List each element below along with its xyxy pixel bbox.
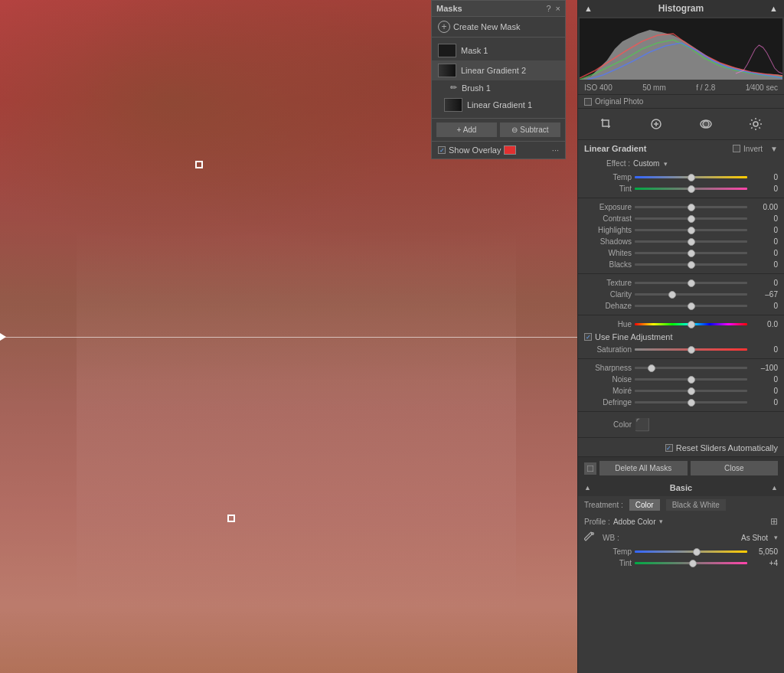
profile-dropdown-icon[interactable]: ▾	[659, 518, 663, 525]
basic-section-header[interactable]: ▲ Basic ▲	[578, 479, 784, 496]
color-swatch-icon[interactable]: ⬛	[635, 417, 650, 432]
slider-contrast-track[interactable]	[635, 217, 747, 220]
slider-saturation-thumb[interactable]	[688, 346, 695, 354]
slider-sharpness-thumb[interactable]	[648, 364, 655, 372]
color-treatment-button[interactable]: Color	[629, 499, 660, 511]
slider-tint-track[interactable]	[635, 188, 747, 190]
basic-tint-label: Tint	[584, 559, 632, 567]
linear-gradient-collapse-icon[interactable]: ▼	[770, 145, 778, 153]
histogram-expand-icon[interactable]: ▲	[584, 4, 593, 13]
gradient-control-bottom[interactable]	[227, 515, 235, 522]
mask-item-1[interactable]: Mask 1	[432, 41, 565, 60]
slider-dehaze-track[interactable]	[635, 305, 747, 307]
slider-shadows-track[interactable]	[635, 240, 747, 243]
invert-checkbox[interactable]	[733, 145, 740, 152]
linear-gradient-2-label: Linear Gradient 2	[461, 66, 526, 75]
slider-texture-track[interactable]	[635, 282, 747, 284]
slider-texture-thumb[interactable]	[688, 279, 695, 287]
slider-clarity-track[interactable]	[635, 293, 747, 296]
show-overlay-checkbox[interactable]: ✓	[438, 146, 446, 154]
basic-tint-value: +4	[750, 559, 778, 567]
masks-footer: + Add ⊖ Subtract	[432, 118, 565, 141]
slider-whites-thumb[interactable]	[688, 250, 695, 257]
wb-dropdown-icon[interactable]: ▾	[774, 534, 778, 541]
basic-temp-value: 5,050	[750, 547, 778, 556]
slider-highlights-track[interactable]	[635, 229, 747, 231]
slider-exposure-track[interactable]	[635, 206, 747, 208]
slider-tint-thumb[interactable]	[688, 185, 695, 193]
basic-tint-track[interactable]	[635, 562, 747, 564]
reset-sliders-checkbox[interactable]: ✓	[665, 444, 673, 452]
slider-hue-thumb[interactable]	[688, 321, 695, 328]
basic-temp-track[interactable]	[635, 550, 747, 553]
slider-noise-thumb[interactable]	[688, 376, 695, 384]
reset-sliders-label: Reset Sliders Automatically	[676, 443, 778, 452]
crop-tool-icon[interactable]	[596, 113, 617, 135]
mask-item-brush-1[interactable]: ✏ Brush 1	[432, 80, 565, 95]
bw-treatment-button[interactable]: Black & White	[666, 499, 726, 511]
create-mask-label: Create New Mask	[453, 22, 520, 31]
histogram-corner-icon[interactable]: ▲	[769, 4, 778, 13]
fine-adj-checkbox[interactable]: ✓	[584, 333, 592, 341]
basic-collapse-icon[interactable]: ▲	[584, 484, 591, 492]
slider-whites-label: Whites	[584, 249, 632, 257]
slider-contrast-thumb[interactable]	[688, 215, 695, 223]
masks-panel-header: Masks ? ×	[432, 1, 565, 17]
slider-contrast-label: Contrast	[584, 214, 632, 223]
linear-gradient-1-label: Linear Gradient 1	[467, 100, 532, 109]
fine-adj-label: Use Fine Adjustment	[595, 332, 673, 341]
masks-question-icon[interactable]: ?	[546, 4, 550, 13]
delete-all-masks-button[interactable]: Delete All Masks	[599, 461, 688, 475]
slider-noise-track[interactable]	[635, 378, 747, 381]
settings-tool-icon[interactable]	[745, 113, 766, 135]
subtract-mask-button[interactable]: ⊖ Subtract	[500, 123, 560, 137]
profile-value[interactable]: Adobe Color	[613, 518, 656, 526]
effect-dropdown-icon[interactable]: ▾	[664, 160, 668, 168]
show-overlay-row: ✓ Show Overlay ···	[432, 141, 565, 158]
slider-temp-track[interactable]	[635, 176, 747, 178]
gradient-control-top[interactable]	[195, 161, 203, 168]
slider-saturation: Saturation 0	[578, 344, 784, 355]
slider-dehaze-thumb[interactable]	[688, 302, 695, 310]
slider-sharpness-track[interactable]	[635, 367, 747, 369]
mask-item-linear-gradient-2[interactable]: Linear Gradient 2	[432, 60, 565, 80]
slider-shadows-thumb[interactable]	[688, 238, 695, 246]
masks-close-icon[interactable]: ×	[556, 4, 560, 13]
slider-hue-track[interactable]	[635, 323, 747, 325]
wb-value[interactable]: As Shot	[741, 534, 768, 542]
create-mask-button[interactable]: + Create New Mask	[432, 17, 565, 38]
slider-defringe: Defringe 0	[578, 397, 784, 408]
slider-highlights-thumb[interactable]	[688, 227, 695, 234]
slider-exposure-thumb[interactable]	[688, 204, 695, 211]
slider-moire-thumb[interactable]	[688, 387, 695, 395]
slider-whites-track[interactable]	[635, 252, 747, 254]
slider-defringe-thumb[interactable]	[688, 399, 695, 407]
bottom-square-button[interactable]: □	[584, 462, 596, 475]
overlay-color-swatch[interactable]	[504, 145, 516, 155]
slider-defringe-track[interactable]	[635, 401, 747, 403]
basic-tint-thumb[interactable]	[689, 560, 697, 567]
slider-blacks-track[interactable]	[635, 263, 747, 266]
add-mask-button[interactable]: + Add	[436, 123, 497, 137]
wb-eyedropper-icon[interactable]	[584, 531, 596, 544]
heal-tool-icon[interactable]	[645, 113, 667, 135]
slider-clarity-thumb[interactable]	[668, 291, 676, 299]
basic-expand-icon[interactable]: ▲	[771, 484, 778, 492]
slider-moire-track[interactable]	[635, 390, 747, 392]
basic-temp-thumb[interactable]	[693, 548, 701, 556]
histogram-section: ▲ Histogram ▲ ISO 400 50 mm f / 2.8 1⁄40	[578, 0, 784, 109]
masking-tool-icon[interactable]	[695, 113, 717, 135]
slider-saturation-track[interactable]	[635, 348, 747, 351]
right-panel: ▲ Histogram ▲ ISO 400 50 mm f / 2.8 1⁄40	[577, 0, 784, 673]
mask-item-linear-gradient-1[interactable]: Linear Gradient 1	[432, 95, 565, 115]
original-photo-checkbox[interactable]	[584, 98, 592, 106]
mask-thumb-linear-1	[444, 98, 462, 112]
divider-4	[578, 358, 784, 359]
linear-gradient-header[interactable]: Linear Gradient Invert ▼	[578, 140, 784, 157]
close-button[interactable]: Close	[691, 461, 779, 475]
slider-blacks-thumb[interactable]	[688, 261, 695, 269]
overlay-options-icon[interactable]: ···	[552, 145, 559, 155]
slider-temp-thumb[interactable]	[688, 174, 695, 181]
profile-grid-icon[interactable]: ⊞	[770, 516, 778, 527]
photo-area: Masks ? × + Create New Mask Mask 1 Linea…	[0, 0, 577, 673]
